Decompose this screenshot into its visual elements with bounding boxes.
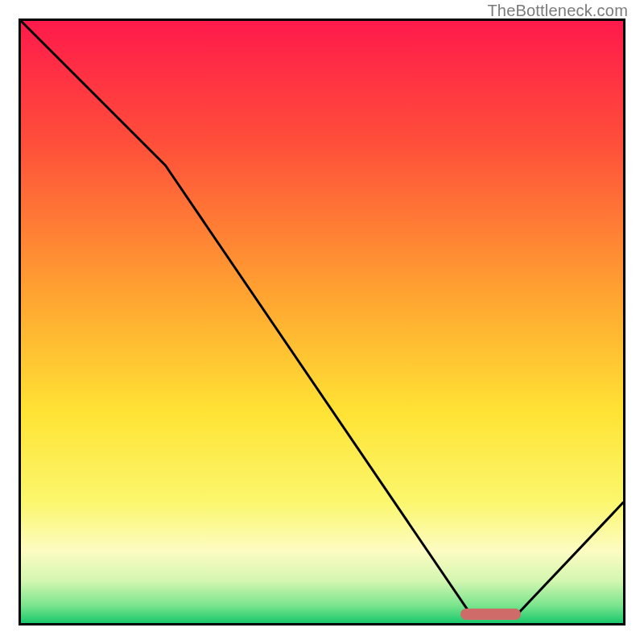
bottleneck-curve [21, 21, 623, 623]
chart-container: TheBottleneck.com [0, 0, 644, 644]
watermark-label: TheBottleneck.com [487, 2, 628, 20]
plot-area [19, 19, 625, 625]
optimal-range-marker [460, 609, 521, 620]
